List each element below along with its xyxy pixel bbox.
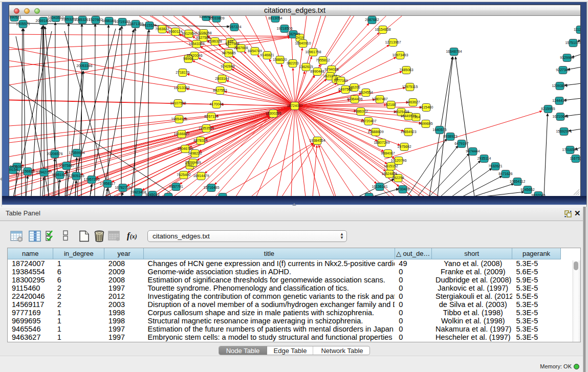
svg-text:19923468: 19923468 (130, 190, 146, 194)
svg-text:10853267: 10853267 (74, 18, 90, 21)
svg-text:2935114: 2935114 (477, 157, 491, 160)
svg-text:13226058: 13226058 (195, 31, 211, 35)
svg-text:1156829: 1156829 (21, 169, 35, 173)
svg-text:1244415: 1244415 (552, 99, 566, 102)
svg-text:6479197: 6479197 (454, 142, 468, 145)
svg-text:9777169: 9777169 (334, 79, 347, 82)
svg-text:9884067: 9884067 (381, 151, 395, 155)
svg-text:30975867: 30975867 (58, 164, 74, 167)
svg-text:19166827: 19166827 (173, 132, 189, 136)
svg-text:1733426: 1733426 (396, 187, 409, 191)
svg-text:8215955: 8215955 (541, 107, 555, 111)
svg-text:10688609: 10688609 (367, 130, 383, 134)
svg-text:16210643: 16210643 (552, 115, 568, 118)
svg-text:16154838: 16154838 (375, 28, 390, 31)
svg-text:8938923: 8938923 (443, 135, 457, 138)
svg-text:7964: 7964 (412, 115, 420, 119)
svg-text:4170046: 4170046 (209, 102, 223, 106)
svg-text:15751074: 15751074 (565, 41, 580, 45)
svg-text:252254: 252254 (392, 176, 404, 180)
svg-text:7632621: 7632621 (488, 164, 502, 168)
svg-text:12975115: 12975115 (402, 85, 418, 89)
svg-text:9115460: 9115460 (420, 105, 433, 109)
svg-text:16543382: 16543382 (188, 42, 204, 46)
svg-text:9327500: 9327500 (196, 36, 210, 39)
svg-text:3498222: 3498222 (188, 151, 202, 155)
svg-text:19654925: 19654925 (171, 117, 187, 121)
svg-text:9245013: 9245013 (145, 193, 159, 196)
svg-text:982203: 982203 (287, 61, 298, 65)
svg-text:62160: 62160 (386, 103, 396, 106)
svg-text:8878334: 8878334 (193, 139, 207, 142)
svg-text:2419: 2419 (296, 36, 304, 39)
svg-text:10107553: 10107553 (170, 101, 186, 105)
svg-text:11451914: 11451914 (52, 173, 68, 177)
svg-text:10025438: 10025438 (393, 110, 409, 114)
svg-text:16524851: 16524851 (381, 172, 397, 176)
svg-text:12213383: 12213383 (173, 86, 189, 90)
svg-text:16046786: 16046786 (177, 147, 193, 150)
svg-text:746206: 746206 (348, 85, 360, 89)
svg-text:8912954: 8912954 (182, 32, 195, 35)
svg-text:9146821: 9146821 (260, 53, 274, 57)
svg-text:8471626: 8471626 (498, 172, 512, 176)
svg-text:2367608: 2367608 (234, 46, 248, 50)
svg-text:18807249: 18807249 (374, 141, 389, 144)
svg-text:39154: 39154 (9, 168, 18, 171)
svg-text:9227342: 9227342 (556, 68, 570, 72)
svg-text:17359934: 17359934 (69, 151, 84, 155)
svg-text:12093872: 12093872 (552, 84, 568, 87)
svg-text:10120746: 10120746 (390, 159, 406, 162)
svg-text:16671355: 16671355 (127, 22, 143, 26)
svg-text:1975692: 1975692 (397, 145, 411, 148)
svg-text:7955812: 7955812 (316, 58, 330, 62)
svg-text:16640910: 16640910 (295, 41, 311, 45)
svg-text:7515524: 7515524 (142, 24, 156, 27)
svg-text:16033809: 16033809 (208, 16, 224, 20)
svg-text:16782759: 16782759 (115, 186, 130, 189)
svg-text:15716485: 15716485 (203, 186, 219, 189)
svg-text:8267130: 8267130 (204, 115, 218, 118)
svg-text:9463627: 9463627 (406, 100, 420, 104)
svg-text:9327508: 9327508 (225, 42, 239, 46)
svg-text:98968: 98968 (183, 57, 193, 60)
svg-text:3624554: 3624554 (359, 91, 373, 94)
svg-text:1588520: 1588520 (273, 58, 287, 61)
svg-text:10958117: 10958117 (100, 182, 116, 185)
svg-text:3875685: 3875685 (222, 51, 235, 55)
svg-text:17016504: 17016504 (562, 148, 578, 151)
svg-text:116753: 116753 (570, 157, 580, 160)
svg-text:1990521: 1990521 (9, 16, 21, 19)
svg-text:19218506: 19218506 (276, 27, 292, 30)
svg-text:20691406: 20691406 (35, 19, 51, 23)
svg-text:1527602: 1527602 (89, 18, 102, 21)
svg-text:2803144: 2803144 (215, 77, 229, 80)
svg-text:16648784: 16648784 (446, 50, 462, 53)
svg-text:16914479: 16914479 (193, 174, 209, 178)
svg-text:7357224: 7357224 (227, 25, 241, 29)
svg-text:9245652: 9245652 (520, 188, 534, 191)
svg-text:7625402: 7625402 (177, 173, 190, 177)
svg-text:8660124: 8660124 (168, 30, 182, 33)
svg-text:2087682: 2087682 (365, 18, 379, 21)
svg-text:8186328: 8186328 (208, 39, 222, 43)
svg-text:12213967: 12213967 (385, 40, 401, 44)
svg-text:15720407: 15720407 (360, 119, 376, 123)
svg-text:1905571: 1905571 (16, 22, 30, 26)
svg-text:17957255: 17957255 (83, 178, 99, 181)
svg-text:1182545: 1182545 (287, 32, 300, 36)
svg-text:12942757: 12942757 (36, 170, 52, 174)
svg-text:16136141: 16136141 (372, 185, 387, 188)
svg-text:18724007: 18724007 (287, 104, 302, 107)
svg-text:10807487: 10807487 (372, 97, 387, 101)
svg-text:11353594: 11353594 (199, 126, 214, 130)
svg-text:10973493: 10973493 (392, 53, 408, 57)
svg-text:7485063: 7485063 (399, 68, 413, 72)
svg-text:7663822: 7663822 (155, 27, 169, 31)
svg-text:9474444: 9474444 (466, 149, 480, 153)
svg-text:1112897: 1112897 (574, 28, 580, 31)
svg-text:9657791: 9657791 (169, 185, 183, 188)
svg-text:8454749: 8454749 (248, 49, 262, 53)
svg-text:20053346: 20053346 (76, 64, 92, 68)
svg-text:10961758: 10961758 (305, 50, 321, 54)
